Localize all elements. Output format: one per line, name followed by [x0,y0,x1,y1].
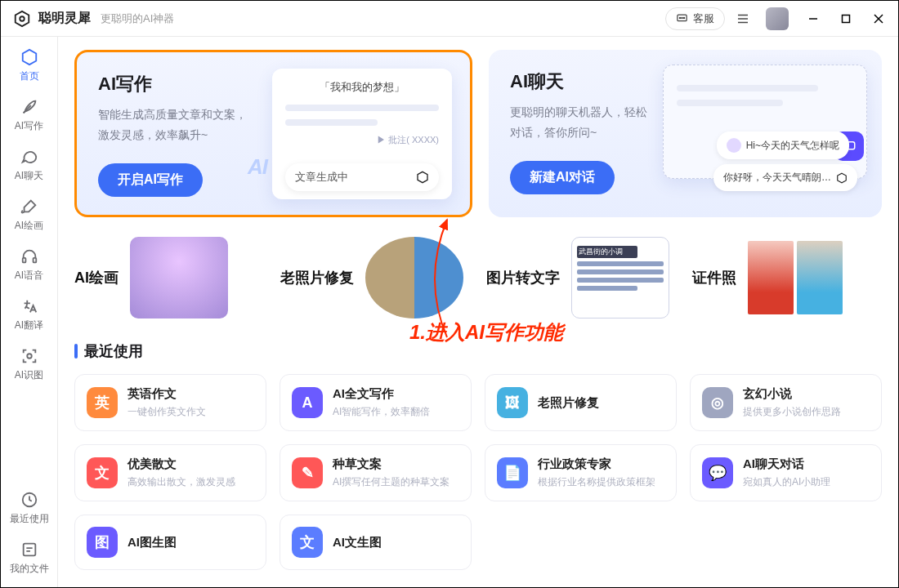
headset-icon [20,247,38,265]
recent-card-sub: 提供更多小说创作思路 [743,405,841,419]
recent-card[interactable]: ◎ 玄幻小说 提供更多小说创作思路 [690,374,882,431]
svg-rect-15 [22,258,25,263]
sidebar-item-paint[interactable]: AI绘画 [15,198,43,233]
chat-mock-window [663,65,867,179]
doc-title: 武昌街的小调 [577,246,637,258]
annotation-text: 1.进入AI写作功能 [409,319,563,345]
recent-card-icon: 文 [87,457,118,488]
recent-card[interactable]: 📄 行业政策专家 根据行业名称提供政策框架 [485,444,677,501]
tile-label: AI绘画 [74,268,119,287]
recent-card-title: AI图生图 [127,535,177,550]
hex-icon [836,172,848,184]
sidebar-item-recent[interactable]: 最近使用 [10,491,49,526]
user-avatar[interactable] [766,7,789,30]
recent-card-icon: 💬 [702,457,733,488]
window-close-button[interactable] [865,7,892,30]
tile-thumb [748,241,843,314]
recent-card[interactable]: 文 优美散文 高效输出散文，激发灵感 [74,444,266,501]
start-ai-write-button[interactable]: 开启AI写作 [98,163,203,197]
sidebar-item-label: 首页 [20,69,39,83]
sidebar-item-home[interactable]: 首页 [20,48,39,83]
recent-card-icon: 英 [87,387,118,418]
sidebar-item-label: 我的文件 [10,562,49,576]
svg-rect-16 [33,258,36,263]
sidebar-item-label: 最近使用 [10,512,49,526]
window-minimize-button[interactable] [800,7,826,30]
recent-card-title: AI聊天对话 [743,457,830,472]
sidebar-item-translate[interactable]: AI翻译 [15,297,43,332]
recent-card-sub: 高效输出散文，激发灵感 [127,475,235,489]
sidebar-item-write[interactable]: AI写作 [15,98,43,133]
new-ai-chat-button[interactable]: 新建AI对话 [510,161,615,194]
svg-point-5 [683,17,684,18]
recent-card[interactable]: 💬 AI聊天对话 宛如真人的AI小助理 [690,444,882,501]
support-button[interactable]: 客服 [665,7,725,30]
recent-card[interactable]: 文 AI文生图 [280,514,472,570]
tile-label: 图片转文字 [486,268,560,287]
folder-icon [20,541,38,559]
recent-card-sub: AI智能写作，效率翻倍 [333,405,430,419]
feature-tile-row: AI绘画 老照片修复 图片转文字 武昌街的小调 证件照 [74,237,882,318]
recent-card[interactable]: 英 英语作文 一键创作英文作文 [74,374,266,431]
recent-card-title: AI全文写作 [333,386,430,402]
write-mock-window: AI 「我和我的梦想」 ▶ 批注( XXXX) 文章生成中 [272,69,452,199]
recent-card-icon: ◎ [702,387,733,418]
chat-bubble-user: Hi~今天的天气怎样呢 [717,131,849,159]
hero-write-desc: 智能生成高质量文章和文案， 激发灵感，效率飙升~ [98,105,262,145]
sidebar-item-ocr[interactable]: AI识图 [15,347,43,382]
recent-card-sub: 根据行业名称提供政策框架 [538,475,655,489]
recent-card-title: 行业政策专家 [538,457,655,472]
svg-marker-0 [16,11,29,25]
mock-status-pill: 文章生成中 [285,163,439,191]
recent-heading: 最近使用 [84,341,143,361]
recent-card-icon: ✎ [292,457,323,488]
recent-card-title: 玄幻小说 [743,386,841,402]
hero-chat-desc: 更聪明的聊天机器人，轻松 对话，答你所问~ [510,102,673,143]
tile-old-photo[interactable]: 老照片修复 [280,237,470,318]
feather-icon [20,98,38,116]
menu-button[interactable] [731,7,754,30]
recent-card-title: AI文生图 [333,535,382,550]
recent-card[interactable]: ✎ 种草文案 AI撰写任何主题的种草文案 [280,444,472,501]
window-maximize-button[interactable] [833,7,859,30]
history-icon [20,491,38,509]
main-content: AI写作 智能生成高质量文章和文案， 激发灵感，效率飙升~ 开启AI写作 AI … [58,37,898,587]
recent-card[interactable]: 图 AI图生图 [74,514,266,570]
svg-rect-10 [843,15,850,22]
tile-id-photo[interactable]: 证件照 [692,237,882,318]
sidebar-item-label: AI识图 [15,368,43,382]
svg-point-3 [679,17,680,18]
tile-ocr[interactable]: 图片转文字 武昌街的小调 [486,237,676,318]
hex-icon [416,171,429,184]
tile-label: 老照片修复 [280,268,354,287]
recent-card-sub: AI撰写任何主题的种草文案 [333,475,450,489]
home-hex-icon [20,48,38,66]
recent-card-title: 种草文案 [333,457,450,472]
app-tagline: 更聪明的AI神器 [101,11,174,26]
sidebar-item-voice[interactable]: AI语音 [15,247,43,283]
svg-rect-19 [23,544,35,556]
recent-card-icon: 文 [292,527,323,558]
app-logo-icon [12,9,32,29]
sidebar-item-myfiles[interactable]: 我的文件 [10,541,49,576]
recent-card-title: 优美散文 [127,457,235,472]
svg-marker-20 [418,172,427,182]
sidebar-item-label: AI聊天 [15,169,43,183]
titlebar: 聪明灵犀 更聪明的AI神器 客服 [1,1,898,37]
recent-card[interactable]: A AI全文写作 AI智能写作，效率翻倍 [280,374,472,431]
recent-card-sub: 宛如真人的AI小助理 [743,475,830,489]
tile-thumb: 武昌街的小调 [571,237,669,318]
recent-card[interactable]: 🖼 老照片修复 [485,374,677,431]
recent-card-icon: A [292,387,323,418]
ai-badge: AI [248,154,267,180]
hero-card-chat[interactable]: AI聊天 更聪明的聊天机器人，轻松 对话，答你所问~ 新建AI对话 Hi~今天的… [489,50,882,217]
brush-icon [20,198,38,216]
hero-card-write[interactable]: AI写作 智能生成高质量文章和文案， 激发灵感，效率飙升~ 开启AI写作 AI … [74,50,472,217]
tile-thumb [130,237,228,318]
svg-point-4 [682,17,682,18]
hero-row: AI写作 智能生成高质量文章和文案， 激发灵感，效率飙升~ 开启AI写作 AI … [74,50,882,217]
tile-ai-paint[interactable]: AI绘画 [74,237,264,318]
sidebar-item-label: AI语音 [15,269,43,283]
recent-grid: 英 英语作文 一键创作英文作文A AI全文写作 AI智能写作，效率翻倍🖼 老照片… [74,374,882,570]
sidebar-item-chat[interactable]: AI聊天 [15,148,43,183]
